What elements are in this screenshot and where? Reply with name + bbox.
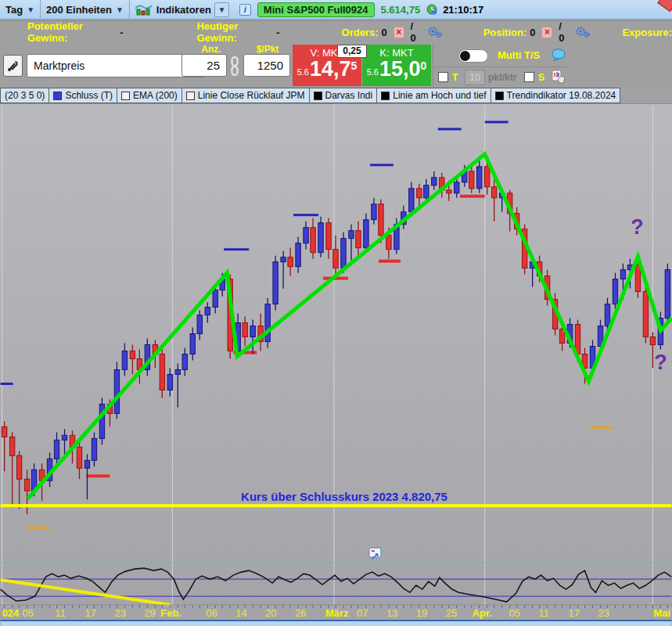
- legend-swatch: [186, 92, 195, 100]
- legend-item-2[interactable]: Linie Close Rücklauf JPM: [181, 88, 310, 103]
- ask-price: 15,0: [379, 59, 421, 80]
- legend-item-5[interactable]: Trendindikator 19.08.2024: [491, 88, 621, 103]
- chart-canvas[interactable]: Kurs über Schlusskurs 2023 4.820,75??024…: [0, 103, 672, 626]
- oscillator-panel: [1, 563, 672, 605]
- indicators-dropdown[interactable]: Indikatoren ▼: [130, 0, 235, 19]
- chat-bubble-icon[interactable]: [551, 48, 566, 62]
- dollar-per-point-input[interactable]: 1250: [243, 54, 290, 77]
- position-settings-icon[interactable]: [575, 26, 591, 38]
- close-position-icon[interactable]: ×: [541, 27, 552, 38]
- orders-count: 0: [382, 27, 387, 38]
- bid-price-fraction: 5: [351, 60, 358, 71]
- question-mark-annotation-0: ?: [631, 215, 643, 239]
- chevron-down-icon: ▼: [116, 5, 124, 14]
- axis-label-0: 024: [2, 607, 20, 619]
- legend-item-label: Linie Close Rücklauf JPM: [198, 90, 305, 101]
- target-points-input[interactable]: 10: [465, 70, 485, 85]
- axis-label-19: 17: [569, 607, 580, 619]
- last-price: 5.614,75: [381, 4, 421, 16]
- bid-price-prefix: 5.6: [297, 68, 309, 77]
- multi-ts-toggle[interactable]: [458, 49, 488, 63]
- legend-item-label: Linie am Hoch und tief: [393, 90, 486, 101]
- multi-ts-label: Multi T/S: [498, 49, 540, 61]
- period-dropdown[interactable]: Tag ▼: [0, 0, 41, 19]
- axis-label-15: 25: [446, 607, 457, 619]
- chevron-down-icon: ▼: [217, 5, 225, 14]
- units-dropdown[interactable]: 200 Einheiten ▼: [41, 0, 130, 19]
- today-gain-value: -: [276, 27, 279, 38]
- axis-label-12: 07: [357, 607, 368, 619]
- wrench-icon: [7, 59, 20, 72]
- axis-label-14: 19: [416, 607, 427, 619]
- axis-label-18: 11: [539, 607, 549, 619]
- top-toolbar: Tag ▼ 200 Einheiten ▼ Indikatoren ▼ i Mi…: [0, 0, 672, 20]
- legend-item-0[interactable]: Schluss (T): [49, 88, 117, 103]
- legend-params-text: (20 3 5 0): [5, 90, 45, 101]
- stop-checkbox[interactable]: [524, 72, 534, 82]
- target-checkbox[interactable]: [438, 72, 448, 82]
- oscillator-line: [1, 568, 672, 602]
- axis-label-16: Apr.: [473, 607, 492, 619]
- orders-settings-icon[interactable]: [427, 26, 443, 38]
- tools-button[interactable]: [3, 55, 23, 77]
- order-type-value: Marktpreis: [34, 59, 84, 72]
- oscillator-yellow-trendline: [1, 580, 171, 605]
- axis-label-2: 11: [56, 607, 66, 619]
- axis-label-8: 14: [235, 607, 246, 619]
- position-count: 0: [530, 27, 535, 38]
- period-label: Tag: [5, 4, 23, 16]
- ask-price-prefix: 5.6: [367, 68, 379, 77]
- x-axis: 0240511172329Feb.08142026März07131925Apr…: [1, 605, 672, 626]
- potential-gain-value: -: [120, 27, 123, 38]
- target-stop-row: T 10 pkt/ktr S: [433, 67, 568, 88]
- bid-price: 14,7: [310, 59, 351, 80]
- axis-label-3: 17: [84, 607, 95, 619]
- info-icon[interactable]: i: [239, 4, 251, 16]
- orders-label: Orders:: [342, 27, 379, 38]
- axis-label-5: 29: [144, 607, 155, 619]
- axis-label-7: 08: [206, 607, 217, 619]
- support-line-annotation: Kurs über Schlusskurs 2023 4.820,75: [241, 490, 447, 503]
- order-type-select[interactable]: Marktpreis ▼: [27, 54, 205, 77]
- legend-item-1[interactable]: EMA (200): [117, 88, 182, 103]
- units-label: 200 Einheiten: [46, 4, 112, 16]
- position-label: Position:: [483, 27, 527, 38]
- axis-label-17: 05: [509, 607, 520, 619]
- link-icon[interactable]: [229, 56, 240, 77]
- spread-value: 0,25: [337, 45, 367, 58]
- symbol-badge[interactable]: Mini S&P500 Full0924: [257, 2, 375, 17]
- cancel-orders-icon[interactable]: ×: [393, 27, 404, 38]
- legend-swatch: [314, 92, 322, 100]
- legend-item-4[interactable]: Linie am Hoch und tief: [376, 88, 491, 103]
- axis-label-9: 20: [265, 607, 276, 619]
- quantity-input[interactable]: 25: [181, 54, 227, 77]
- legend-item-3[interactable]: Darvas Indi: [309, 88, 378, 103]
- chevron-down-icon: ▼: [27, 5, 34, 14]
- axis-label-4: 23: [114, 607, 125, 619]
- axis-label-10: 26: [295, 607, 306, 619]
- legend-item-label: Darvas Indi: [325, 90, 373, 101]
- quantity-label: Anz.: [191, 44, 232, 55]
- indicator-dashes: [1, 122, 613, 527]
- ask-price-fraction: 0: [421, 60, 427, 71]
- corner-alert-icon[interactable]: [657, 0, 672, 12]
- buy-market-button[interactable]: K: MKT 5.6 15,0 0: [362, 45, 431, 86]
- stop-label: S: [538, 72, 544, 83]
- indicators-label: Indikatoren: [156, 4, 211, 16]
- legend-swatch: [381, 92, 390, 100]
- hand-pointer-icon[interactable]: [551, 69, 568, 86]
- dollar-per-point-label: $/Pkt: [245, 44, 290, 55]
- chart-marker-icon[interactable]: [369, 548, 381, 559]
- legend-item-label: Schluss (T): [65, 90, 113, 101]
- axis-label-13: 13: [386, 607, 397, 619]
- trading-app-window: Tag ▼ 200 Einheiten ▼ Indikatoren ▼ i Mi…: [0, 0, 672, 626]
- target-label: T: [452, 72, 458, 83]
- legend-params[interactable]: (20 3 5 0): [0, 88, 49, 103]
- trade-panel: Marktpreis ▼ Anz. 25 $/Pkt 1250 V: MKT 5…: [0, 43, 672, 88]
- multi-ts-group: Multi T/S T 10 pkt/ktr S: [433, 43, 567, 88]
- legend-item-label: EMA (200): [133, 90, 178, 101]
- legend-item-label: Trendindikator 19.08.2024: [507, 90, 616, 101]
- legend-swatch: [495, 92, 504, 100]
- candlestick-chart-icon: [135, 2, 153, 16]
- indicators-chevron-button[interactable]: ▼: [214, 2, 229, 17]
